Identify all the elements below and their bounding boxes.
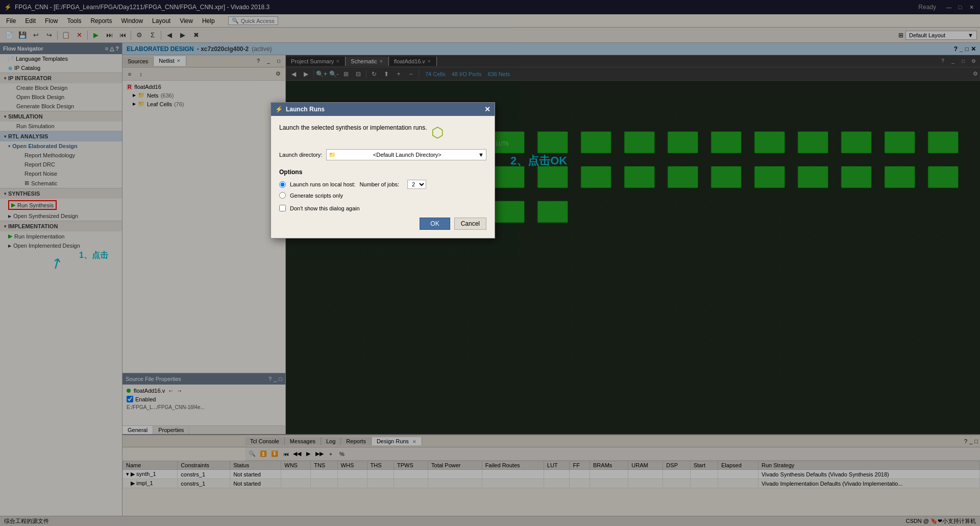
launch-dir-select[interactable]: 📁 <Default Launch Directory> ▼ <box>326 149 486 160</box>
radio-local[interactable] <box>279 181 286 188</box>
ok-button[interactable]: OK <box>420 218 450 230</box>
dialog-backdrop <box>0 0 980 526</box>
dialog-close-btn[interactable]: ✕ <box>484 105 491 113</box>
launch-dir-row: Launch directory: 📁 <Default Launch Dire… <box>279 149 486 160</box>
dialog-title: Launch Runs <box>286 106 325 113</box>
dialog-vivado-icon: ⚡ <box>275 106 283 113</box>
cancel-button[interactable]: Cancel <box>454 218 486 230</box>
vivado-logo-icon: ⬡ <box>431 124 444 141</box>
dialog-titlebar: ⚡ Launch Runs ✕ <box>271 103 495 116</box>
options-label: Options <box>279 169 486 176</box>
radio-local-row: Launch runs on local host: Number of job… <box>279 180 486 189</box>
radio-scripts[interactable] <box>279 192 286 199</box>
dialog-desc-text: Launch the selected synthesis or impleme… <box>279 124 427 131</box>
radio-local-label: Launch runs on local host: <box>290 181 355 187</box>
dialog-description: Launch the selected synthesis or impleme… <box>279 124 486 141</box>
jobs-label: Number of jobs: <box>359 181 399 187</box>
dir-dropdown-arrow: ▼ <box>478 152 484 158</box>
launch-dir-label: Launch directory: <box>279 152 322 158</box>
no-show-row: Don't show this dialog again <box>279 205 486 211</box>
radio-scripts-row: Generate scripts only <box>279 192 486 199</box>
radio-scripts-label: Generate scripts only <box>290 193 343 199</box>
jobs-select[interactable]: 2 1 4 8 <box>407 180 426 189</box>
dialog-buttons: OK Cancel <box>279 218 486 230</box>
dir-icon: 📁 <box>329 152 336 158</box>
launch-runs-dialog: ⚡ Launch Runs ✕ Launch the selected synt… <box>271 102 495 238</box>
no-show-label: Don't show this dialog again <box>290 205 360 211</box>
no-show-checkbox[interactable] <box>279 205 286 211</box>
dir-value: <Default Launch Directory> <box>373 152 442 158</box>
options-section: Options Launch runs on local host: Numbe… <box>279 169 486 199</box>
